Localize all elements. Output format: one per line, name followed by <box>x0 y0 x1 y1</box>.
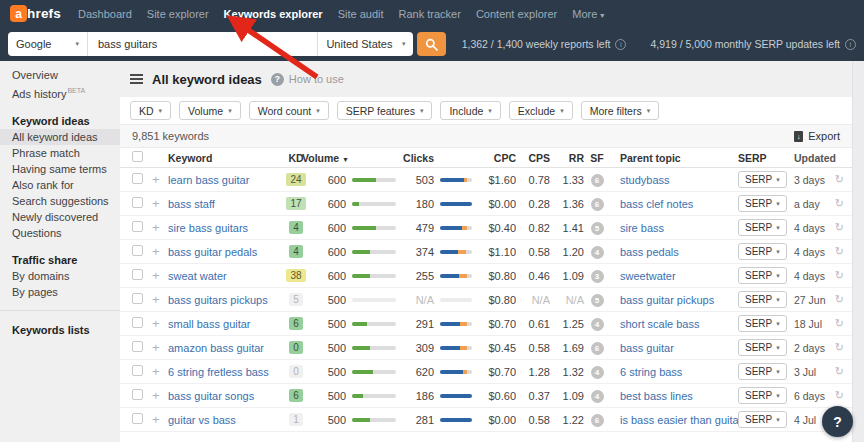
add-to-list-icon[interactable]: + <box>152 365 168 378</box>
refresh-icon[interactable]: ↻ <box>830 317 844 330</box>
serp-button[interactable]: SERP▾ <box>738 219 787 236</box>
select-all-checkbox[interactable] <box>132 151 143 162</box>
refresh-icon[interactable]: ↻ <box>830 173 844 186</box>
add-to-list-icon[interactable]: + <box>152 341 168 354</box>
sidebar-item-phrase-match[interactable]: Phrase match <box>0 145 120 161</box>
export-button[interactable]: ↓ Export <box>794 130 840 142</box>
keyword-link[interactable]: bass guitar pedals <box>168 246 257 258</box>
sidebar-item-by-domains[interactable]: By domains <box>0 268 120 284</box>
column-header-volume[interactable]: Volume ▼ <box>312 152 346 164</box>
sidebar-item-also-rank-for[interactable]: Also rank for <box>0 177 120 193</box>
add-to-list-icon[interactable]: + <box>152 293 168 306</box>
column-header-parent-topic[interactable]: Parent topic <box>610 152 738 164</box>
refresh-icon[interactable]: ↻ <box>830 389 844 402</box>
row-checkbox[interactable] <box>132 197 143 208</box>
parent-topic-link[interactable]: bass guitar pickups <box>620 294 714 306</box>
refresh-icon[interactable]: ↻ <box>830 341 844 354</box>
keyword-link[interactable]: sweat water <box>168 270 227 282</box>
filter-button[interactable]: SERP features▾ <box>337 101 433 120</box>
refresh-icon[interactable]: ↻ <box>830 221 844 234</box>
keyword-link[interactable]: small bass guitar <box>168 318 251 330</box>
parent-topic-link[interactable]: bass guitar <box>620 342 674 354</box>
keyword-link[interactable]: amazon bass guitar <box>168 342 264 354</box>
add-to-list-icon[interactable]: + <box>152 197 168 210</box>
parent-topic-link[interactable]: best bass lines <box>620 390 693 402</box>
nav-item-keywords-explorer[interactable]: Keywords explorer <box>224 8 323 20</box>
parent-topic-link[interactable]: sweetwater <box>620 270 676 282</box>
keyword-link[interactable]: bass guitar songs <box>168 390 254 402</box>
filter-button[interactable]: Exclude▾ <box>509 101 573 120</box>
sidebar-item-search-suggestions[interactable]: Search suggestions <box>0 193 120 209</box>
add-to-list-icon[interactable]: + <box>152 245 168 258</box>
serp-button[interactable]: SERP▾ <box>738 267 787 284</box>
menu-icon[interactable] <box>130 74 143 84</box>
serp-button[interactable]: SERP▾ <box>738 387 787 404</box>
column-header-cpc[interactable]: CPC <box>474 152 516 164</box>
nav-item-more[interactable]: More▾ <box>572 8 604 20</box>
serp-button[interactable]: SERP▾ <box>738 243 787 260</box>
serp-button[interactable]: SERP▾ <box>738 171 787 188</box>
nav-item-site-audit[interactable]: Site audit <box>338 8 384 20</box>
row-checkbox[interactable] <box>132 341 143 352</box>
keyword-link[interactable]: learn bass guitar <box>168 174 249 186</box>
add-to-list-icon[interactable]: + <box>152 221 168 234</box>
keyword-link[interactable]: bass staff <box>168 198 215 210</box>
sidebar-item-ads-history[interactable]: Ads historyBETA <box>0 83 120 102</box>
keyword-link[interactable]: 6 string fretless bass <box>168 366 269 378</box>
row-checkbox[interactable] <box>132 293 143 304</box>
row-checkbox[interactable] <box>132 173 143 184</box>
row-checkbox[interactable] <box>132 389 143 400</box>
column-header-cps[interactable]: CPS <box>516 152 550 164</box>
nav-item-rank-tracker[interactable]: Rank tracker <box>399 8 461 20</box>
search-engine-select[interactable]: Google▾ <box>8 32 88 56</box>
nav-item-dashboard[interactable]: Dashboard <box>78 8 132 20</box>
add-to-list-icon[interactable]: + <box>152 269 168 282</box>
nav-item-site-explorer[interactable]: Site explorer <box>147 8 209 20</box>
column-header-rr[interactable]: RR <box>550 152 584 164</box>
refresh-icon[interactable]: ↻ <box>830 197 844 210</box>
row-checkbox[interactable] <box>132 317 143 328</box>
filter-button[interactable]: Volume▾ <box>179 101 241 120</box>
serp-button[interactable]: SERP▾ <box>738 195 787 212</box>
keyword-link[interactable]: sire bass guitars <box>168 222 248 234</box>
filter-button[interactable]: More filters▾ <box>581 101 659 120</box>
serp-button[interactable]: SERP▾ <box>738 315 787 332</box>
row-checkbox[interactable] <box>132 221 143 232</box>
serp-button[interactable]: SERP▾ <box>738 339 787 356</box>
row-checkbox[interactable] <box>132 413 143 424</box>
row-checkbox[interactable] <box>132 365 143 376</box>
sidebar-item-overview[interactable]: Overview <box>0 67 120 83</box>
how-to-use-link[interactable]: How to use <box>289 73 344 85</box>
refresh-icon[interactable]: ↻ <box>830 245 844 258</box>
serp-button[interactable]: SERP▾ <box>738 411 787 428</box>
sidebar-item-newly-discovered[interactable]: Newly discovered <box>0 209 120 225</box>
ahrefs-logo[interactable]: a hrefs <box>10 5 61 22</box>
filter-button[interactable]: Include▾ <box>440 101 500 120</box>
add-to-list-icon[interactable]: + <box>152 173 168 186</box>
row-checkbox[interactable] <box>132 245 143 256</box>
column-header-updated[interactable]: Updated <box>790 152 830 164</box>
refresh-icon[interactable]: ↻ <box>830 293 844 306</box>
sidebar-item-questions[interactable]: Questions <box>0 225 120 241</box>
sidebar-item-all-keyword-ideas[interactable]: All keyword ideas <box>0 129 120 145</box>
parent-topic-link[interactable]: 6 string bass <box>620 366 682 378</box>
refresh-icon[interactable]: ↻ <box>830 269 844 282</box>
add-to-list-icon[interactable]: + <box>152 413 168 426</box>
column-header-clicks[interactable]: Clicks <box>396 152 434 164</box>
search-input[interactable] <box>88 38 317 50</box>
keyword-link[interactable]: bass guitars pickups <box>168 294 268 306</box>
country-select[interactable]: United States▾ <box>317 32 413 56</box>
add-to-list-icon[interactable]: + <box>152 389 168 402</box>
filter-button[interactable]: KD▾ <box>130 101 171 120</box>
parent-topic-link[interactable]: sire bass <box>620 222 664 234</box>
parent-topic-link[interactable]: bass pedals <box>620 246 679 258</box>
row-checkbox[interactable] <box>132 269 143 280</box>
search-button[interactable] <box>417 32 445 56</box>
serp-button[interactable]: SERP▾ <box>738 291 787 308</box>
sidebar-item-having-same-terms[interactable]: Having same terms <box>0 161 120 177</box>
parent-topic-link[interactable]: studybass <box>620 174 670 186</box>
column-header-sf[interactable]: SF <box>584 152 610 164</box>
add-to-list-icon[interactable]: + <box>152 317 168 330</box>
parent-topic-link[interactable]: bass clef notes <box>620 198 693 210</box>
help-button[interactable]: ? <box>822 406 853 437</box>
